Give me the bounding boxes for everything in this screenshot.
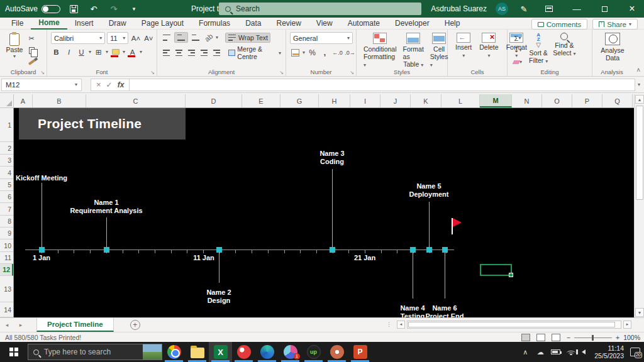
zoom-slider-thumb[interactable]: [592, 335, 594, 341]
ribbon-tab-home[interactable]: Home: [31, 17, 67, 30]
taskbar-app-edge[interactable]: [255, 342, 279, 362]
column-header-L[interactable]: L: [441, 94, 480, 107]
speaker-icon[interactable]: [582, 349, 586, 354]
milestone-marker[interactable]: [216, 247, 222, 253]
ribbon-tab-insert[interactable]: Insert: [67, 18, 101, 29]
formula-input[interactable]: [130, 79, 635, 91]
orientation-button[interactable]: ab: [201, 30, 216, 45]
cut-button[interactable]: ✂: [25, 33, 38, 44]
merge-centre-button[interactable]: Merge & Centre ▾: [226, 45, 283, 61]
expand-formula-bar-icon[interactable]: ▾: [638, 82, 640, 87]
taskbar-app-pie-app[interactable]: 1: [279, 342, 302, 362]
taskbar-app-powerpoint[interactable]: P: [348, 342, 372, 362]
column-header-O[interactable]: O: [542, 94, 572, 107]
redo-button[interactable]: ↷: [107, 2, 121, 16]
column-header-H[interactable]: H: [319, 94, 350, 107]
row-header-9[interactable]: 9: [0, 228, 13, 239]
page-break-view-button[interactable]: [552, 334, 560, 341]
ribbon-tab-file[interactable]: File: [4, 18, 31, 29]
row-header-4[interactable]: 4: [0, 167, 13, 179]
ribbon-tab-view[interactable]: View: [309, 18, 340, 29]
borders-chevron-icon[interactable]: ▾: [106, 49, 108, 55]
milestone-marker[interactable]: [442, 247, 448, 253]
font-name-combobox[interactable]: Calibri▾: [51, 32, 105, 44]
font-color-button[interactable]: A: [127, 47, 138, 57]
start-button[interactable]: [0, 342, 28, 362]
increase-indent-button[interactable]: [211, 48, 222, 58]
sort-filter-button[interactable]: AZ▽ Sort & Filter ▾: [526, 33, 550, 65]
sheet-area[interactable]: Project Timeline 1 Jan11 Jan21 JanKickof…: [14, 108, 634, 317]
horizontal-scroll-thumb[interactable]: [408, 322, 615, 327]
select-all-corner[interactable]: [0, 94, 14, 108]
clock[interactable]: 11:14 25/5/2023: [594, 344, 624, 359]
wifi-icon[interactable]: [567, 349, 575, 355]
ribbon-tab-help[interactable]: Help: [437, 18, 468, 29]
analyse-data-button[interactable]: Analyse Data: [596, 32, 629, 62]
quick-access-chevron-icon[interactable]: [127, 2, 141, 16]
name-box[interactable]: M12 ▾: [1, 79, 82, 91]
horizontal-scrollbar[interactable]: ⋮ ◂ ▸: [386, 320, 631, 329]
save-button[interactable]: [67, 2, 80, 16]
accounting-format-button[interactable]: [290, 47, 301, 58]
column-header-B[interactable]: B: [33, 94, 86, 107]
comments-button[interactable]: Comments: [531, 19, 588, 30]
ribbon-tab-formulas[interactable]: Formulas: [191, 18, 238, 29]
avatar[interactable]: AS: [496, 3, 508, 15]
decrease-indent-button[interactable]: [199, 48, 209, 58]
autosum-button[interactable]: Σ ▾: [511, 33, 524, 43]
share-button[interactable]: Share ▾: [592, 19, 638, 30]
close-button[interactable]: ×: [623, 0, 641, 18]
format-painter-button[interactable]: [25, 57, 38, 67]
page-layout-view-button[interactable]: [536, 334, 545, 341]
align-right-button[interactable]: [186, 48, 197, 58]
milestone-marker[interactable]: [426, 247, 432, 253]
underline-button[interactable]: U: [76, 47, 87, 57]
collapse-ribbon-icon[interactable]: ˄: [636, 67, 640, 74]
column-header-G[interactable]: G: [280, 94, 319, 107]
battery-icon[interactable]: [551, 349, 560, 354]
taskbar-search[interactable]: Type here to search: [28, 344, 162, 360]
fill-color-chevron-icon[interactable]: ▾: [123, 49, 125, 55]
dialog-launcher-icon[interactable]: ↘: [150, 70, 155, 75]
cancel-icon[interactable]: ×: [96, 80, 101, 89]
copy-button[interactable]: [25, 45, 38, 56]
delete-cells-button[interactable]: Delete ▾: [475, 33, 502, 60]
active-cell-selection[interactable]: [480, 264, 512, 276]
grow-font-button[interactable]: A˄: [130, 33, 141, 43]
dialog-launcher-icon[interactable]: ↘: [279, 70, 284, 75]
normal-view-button[interactable]: [521, 334, 530, 341]
sheet-tab-project-timeline[interactable]: Project Timeline: [36, 318, 114, 332]
bold-button[interactable]: B: [51, 47, 62, 57]
milestone-marker[interactable]: [104, 247, 109, 253]
row-header-8[interactable]: 8: [0, 216, 13, 228]
align-top-button[interactable]: [161, 32, 172, 43]
accounting-chevron-icon[interactable]: ▾: [303, 50, 305, 55]
format-as-table-button[interactable]: Format as Table ▾: [400, 33, 427, 69]
autosave-control[interactable]: AutoSave: [5, 4, 60, 13]
fill-button[interactable]: ↧ ▾: [511, 45, 524, 55]
ribbon-tab-automate[interactable]: Automate: [340, 18, 387, 29]
enter-icon[interactable]: ✓: [106, 80, 113, 89]
align-middle-button[interactable]: [174, 32, 188, 43]
wrap-text-button[interactable]: Wrap Text: [225, 33, 270, 43]
paste-button[interactable]: Paste ▾: [4, 32, 25, 67]
sheet-nav-left-icon[interactable]: ◂: [0, 322, 14, 328]
scroll-left-icon[interactable]: ◂: [397, 321, 405, 329]
number-format-combobox[interactable]: General▾: [290, 32, 353, 44]
column-header-D[interactable]: D: [186, 94, 242, 107]
autosave-toggle[interactable]: [42, 5, 60, 13]
font-size-combobox[interactable]: 11▾: [107, 32, 128, 44]
taskbar-app-excel[interactable]: X: [209, 342, 232, 362]
row-header-3[interactable]: 3: [0, 155, 13, 167]
column-header-P[interactable]: P: [572, 94, 602, 107]
row-header-12[interactable]: 12: [0, 264, 13, 276]
column-header-E[interactable]: E: [242, 94, 280, 107]
undo-button[interactable]: ↶: [87, 2, 101, 16]
align-left-button[interactable]: [161, 48, 172, 58]
taskbar-app-media-app[interactable]: [232, 342, 255, 362]
clear-button[interactable]: ▾: [511, 57, 524, 67]
horizontal-scroll-track[interactable]: [407, 321, 621, 329]
row-header-11[interactable]: 11: [0, 252, 13, 264]
ribbon-tab-draw[interactable]: Draw: [101, 18, 134, 29]
row-header-6[interactable]: 6: [0, 191, 13, 203]
